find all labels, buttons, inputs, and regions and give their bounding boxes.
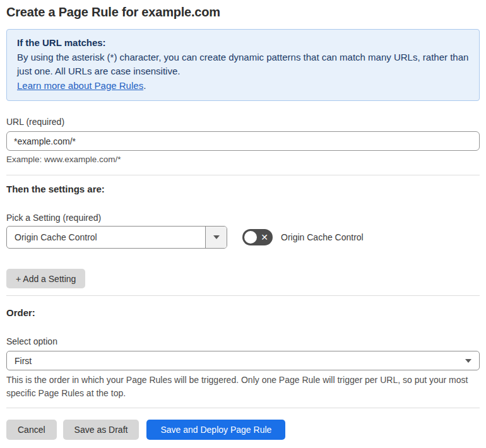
learn-more-link[interactable]: Learn more about Page Rules — [17, 80, 143, 91]
pick-setting-label: Pick a Setting (required) — [6, 213, 480, 223]
setting-select[interactable]: Origin Cache Control — [6, 226, 227, 249]
info-box-link-line: Learn more about Page Rules. — [17, 79, 469, 93]
info-box-body: By using the asterisk (*) character, you… — [17, 50, 469, 79]
order-select[interactable]: First — [6, 351, 480, 370]
divider — [6, 295, 480, 296]
order-select-value: First — [15, 356, 32, 366]
order-section-heading: Order: — [6, 307, 480, 318]
add-setting-button[interactable]: + Add a Setting — [6, 269, 85, 288]
chevron-down-icon — [213, 235, 220, 239]
chevron-down-icon — [465, 359, 471, 363]
divider — [6, 175, 480, 175]
info-box-heading: If the URL matches: — [17, 36, 469, 50]
order-helper-text: This is the order in which your Page Rul… — [6, 374, 477, 400]
save-and-deploy-button[interactable]: Save and Deploy Page Rule — [146, 420, 285, 440]
url-match-info-box: If the URL matches: By using the asteris… — [6, 29, 480, 101]
url-field-label: URL (required) — [6, 117, 480, 127]
setting-row: Origin Cache Control ✕ Origin Cache Cont… — [6, 226, 480, 249]
link-suffix: . — [143, 80, 146, 91]
url-example-helper: Example: www.example.com/* — [6, 155, 480, 164]
toggle-label: Origin Cache Control — [281, 232, 364, 242]
page-title: Create a Page Rule for example.com — [6, 5, 480, 20]
save-as-draft-button[interactable]: Save as Draft — [63, 420, 139, 440]
toggle-knob — [244, 231, 257, 244]
setting-select-value: Origin Cache Control — [7, 227, 205, 248]
form-footer: Cancel Save as Draft Save and Deploy Pag… — [6, 420, 480, 440]
cancel-button[interactable]: Cancel — [6, 420, 57, 440]
divider — [6, 408, 480, 408]
origin-cache-control-toggle[interactable]: ✕ — [242, 229, 273, 245]
page-rule-form: Create a Page Rule for example.com If th… — [0, 0, 486, 447]
settings-section-heading: Then the settings are: — [6, 184, 480, 194]
order-select-label: Select option — [6, 336, 480, 346]
x-icon: ✕ — [261, 233, 268, 242]
url-input[interactable] — [6, 131, 480, 151]
setting-select-caret-button[interactable] — [205, 227, 227, 248]
